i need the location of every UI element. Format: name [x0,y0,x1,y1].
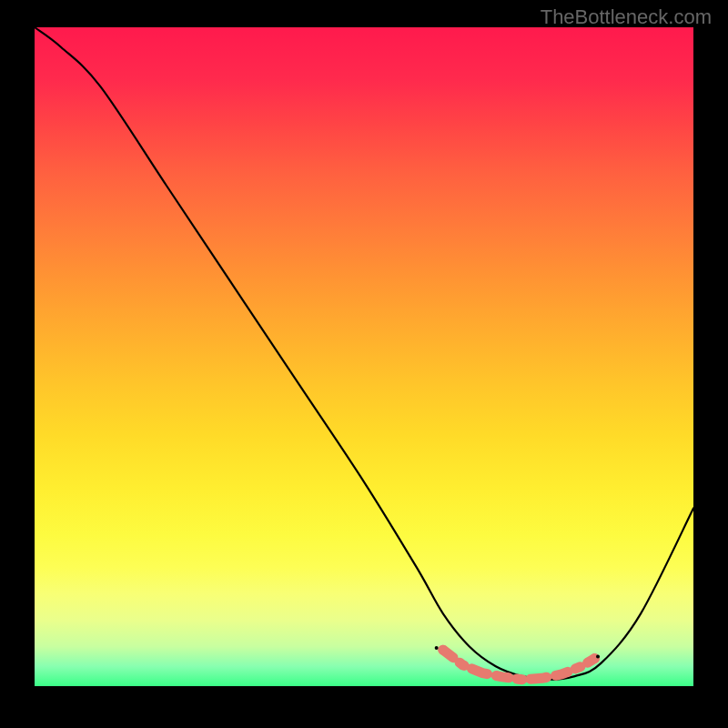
trough-marker-dot [438,645,448,655]
trough-marker-line [443,650,595,680]
trough-markers-group [435,645,600,680]
chart-svg [35,27,693,686]
bottleneck-curve-path [35,27,693,680]
curve-anchor-dot [596,654,600,658]
plot-area [35,27,693,686]
curve-anchor-dot [435,646,439,650]
watermark-text: TheBottleneck.com [541,5,712,29]
